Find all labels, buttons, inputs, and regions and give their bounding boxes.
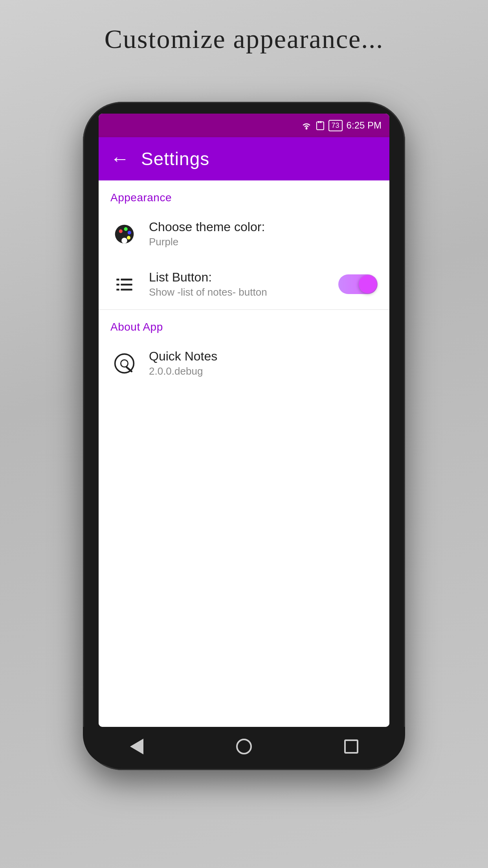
wifi-icon — [301, 121, 312, 130]
list-icon — [110, 270, 138, 298]
nav-recent-button[interactable] — [338, 733, 365, 760]
nav-home-button[interactable] — [230, 733, 258, 760]
quick-notes-title: Quick Notes — [149, 349, 378, 364]
svg-point-17 — [121, 360, 128, 367]
about-app-section: About App Quick Notes 2.0.0.debug — [99, 310, 389, 388]
status-time: 6:25 PM — [347, 120, 382, 131]
back-button[interactable]: ← — [110, 149, 129, 168]
app-bar: ← Settings — [99, 137, 389, 180]
theme-color-text: Choose theme color: Purple — [149, 220, 378, 248]
svg-rect-11 — [121, 278, 132, 280]
svg-point-6 — [124, 227, 127, 231]
app-bar-title: Settings — [141, 148, 209, 169]
svg-rect-12 — [116, 283, 119, 285]
svg-point-0 — [305, 128, 307, 130]
list-button-item[interactable]: List Button: Show -list of notes- button — [99, 259, 389, 309]
about-app-section-header: About App — [99, 310, 389, 338]
theme-color-value: Purple — [149, 236, 378, 248]
list-button-text: List Button: Show -list of notes- button — [149, 270, 327, 298]
toggle-track — [338, 274, 378, 294]
svg-point-9 — [121, 237, 127, 243]
settings-content: Appearance Choose th — [99, 180, 389, 727]
list-button-toggle[interactable] — [338, 274, 378, 294]
status-bar: 73 6:25 PM — [99, 114, 389, 137]
quick-notes-text: Quick Notes 2.0.0.debug — [149, 349, 378, 377]
quick-notes-version: 2.0.0.debug — [149, 365, 378, 377]
sd-icon — [316, 120, 325, 131]
phone-screen: 73 6:25 PM ← Settings Appearance — [99, 114, 389, 727]
palette-icon — [110, 220, 138, 248]
appearance-section: Appearance Choose th — [99, 180, 389, 309]
theme-color-item[interactable]: Choose theme color: Purple — [99, 209, 389, 259]
battery-indicator: 73 — [328, 120, 343, 131]
svg-rect-13 — [121, 283, 132, 285]
phone-device: 73 6:25 PM ← Settings Appearance — [83, 102, 405, 770]
status-icons: 73 6:25 PM — [301, 120, 382, 131]
list-button-title: List Button: — [149, 270, 327, 285]
app-icon — [110, 349, 138, 377]
svg-rect-14 — [116, 289, 119, 291]
svg-rect-2 — [318, 121, 319, 123]
toggle-thumb — [359, 275, 377, 293]
svg-point-8 — [127, 236, 130, 239]
theme-color-title: Choose theme color: — [149, 220, 378, 234]
quick-notes-item[interactable]: Quick Notes 2.0.0.debug — [99, 338, 389, 388]
svg-rect-3 — [320, 121, 321, 123]
nav-back-button[interactable] — [123, 733, 150, 760]
svg-point-7 — [127, 231, 131, 234]
appearance-section-header: Appearance — [99, 180, 389, 209]
page-title: Customize appearance... — [105, 24, 384, 55]
svg-rect-10 — [116, 278, 119, 280]
list-button-subtitle: Show -list of notes- button — [149, 286, 327, 298]
svg-rect-15 — [121, 289, 132, 291]
bottom-nav — [83, 727, 405, 766]
svg-point-5 — [119, 229, 122, 233]
